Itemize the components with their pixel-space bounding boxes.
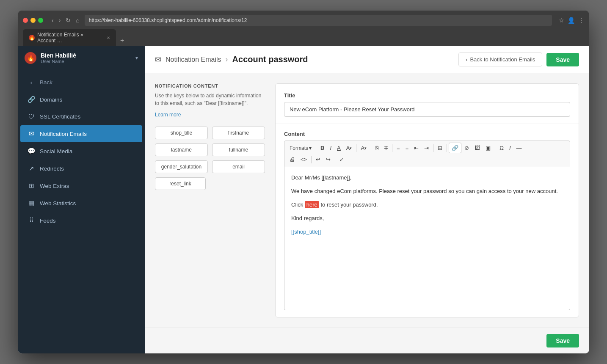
media-button[interactable]: ▣: [483, 143, 493, 153]
title-field-group: Title: [276, 84, 579, 124]
brand-icon: 🔥: [25, 52, 36, 64]
user-icon[interactable]: 👤: [568, 17, 575, 24]
forward-nav-button[interactable]: ›: [57, 16, 63, 25]
title-input[interactable]: [284, 102, 570, 117]
breadcrumb-icon: ✉: [155, 55, 161, 64]
fullscreen-button[interactable]: ⤢: [337, 154, 347, 164]
formats-label: Formats: [290, 145, 308, 151]
special-char-button[interactable]: Ω: [497, 143, 506, 153]
tab-close-button[interactable]: ✕: [107, 36, 110, 40]
rte-toolbar: Formats ▾ B I A A ▾: [284, 141, 570, 166]
content-label: Content: [284, 131, 570, 137]
bg-color-icon: A: [361, 145, 364, 151]
clear-button[interactable]: I: [507, 143, 513, 153]
sidebar-item-feeds[interactable]: ⠿ Feeds: [20, 212, 142, 229]
text-color-arrow: ▾: [350, 146, 352, 150]
tag-fullname[interactable]: fullname: [212, 143, 265, 156]
tab-favicon: 🔥: [29, 35, 35, 41]
home-button[interactable]: ⌂: [74, 16, 81, 25]
back-arrow-icon: ‹: [27, 79, 36, 86]
text-color-icon: A: [346, 145, 350, 151]
indent-button[interactable]: ⇥: [422, 143, 431, 153]
content-line-3: Click here to reset your password.: [291, 200, 563, 210]
sidebar-item-notification-emails[interactable]: ✉ Notification Emails: [20, 125, 142, 142]
reload-button[interactable]: ↻: [64, 16, 72, 25]
table-button[interactable]: ⊞: [435, 143, 445, 153]
maximize-window-button[interactable]: [38, 18, 43, 23]
social-media-icon: 💬: [27, 147, 36, 155]
hr-button[interactable]: —: [514, 143, 524, 153]
sidebar-expand-icon[interactable]: ▾: [135, 55, 138, 61]
bg-color-arrow: ▾: [364, 146, 367, 150]
sidebar-feeds-label: Feeds: [40, 218, 56, 224]
text-color-button[interactable]: A ▾: [344, 143, 355, 153]
tag-email[interactable]: email: [212, 160, 265, 173]
save-button-bottom[interactable]: Save: [546, 334, 579, 347]
tag-reset-link[interactable]: reset_link: [155, 177, 206, 190]
here-link[interactable]: here: [305, 201, 319, 208]
source-button[interactable]: <>: [298, 154, 309, 164]
redo-button[interactable]: ↪: [323, 154, 333, 164]
close-window-button[interactable]: [23, 18, 28, 23]
unordered-list-button[interactable]: ≡: [394, 143, 403, 153]
bg-color-button[interactable]: A ▾: [358, 143, 369, 153]
sidebar-item-social-media[interactable]: 💬 Social Media: [20, 143, 142, 160]
traffic-lights: [23, 18, 43, 23]
sidebar-item-redirects[interactable]: ↗ Redirects: [20, 160, 142, 177]
sidebar-web-statistics-label: Web Statistics: [40, 200, 76, 207]
sidebar-item-ssl[interactable]: 🛡 SSL Certificates: [20, 108, 142, 125]
link-button[interactable]: 🔗: [449, 143, 461, 153]
breadcrumb-current: Account password: [232, 55, 308, 64]
unlink-button[interactable]: ⊘: [462, 143, 472, 153]
nav-buttons: ‹ › ↻ ⌂: [50, 16, 81, 25]
print-button[interactable]: 🖨: [287, 154, 298, 164]
breadcrumb-separator: ›: [226, 55, 228, 64]
breadcrumb-link[interactable]: Notification Emails: [166, 56, 221, 63]
sidebar-item-web-statistics[interactable]: ▦ Web Statistics: [20, 195, 142, 212]
formats-dropdown-button[interactable]: Formats ▾: [287, 143, 314, 153]
sidebar-web-extras-label: Web Extras: [40, 183, 69, 189]
tag-buttons: shop_title firstname lastname fullname g…: [155, 127, 265, 190]
ordered-list-button[interactable]: ≡: [403, 143, 411, 153]
back-nav-button[interactable]: ‹: [50, 16, 55, 25]
tag-gender-salutation[interactable]: gender_salutation: [155, 160, 208, 173]
save-button-top[interactable]: Save: [546, 53, 579, 66]
rte-toolbar-row-2: 🖨 <> ↩ ↪ ⤢: [287, 154, 567, 164]
learn-more-link[interactable]: Learn more: [155, 112, 181, 118]
tab-bar: 🔥 Notification Emails » Account … ✕ +: [23, 29, 584, 46]
ssl-icon: 🛡: [27, 113, 36, 120]
copy-format-button[interactable]: ⎘: [373, 143, 381, 153]
italic-button[interactable]: I: [327, 143, 334, 153]
clear-format-button[interactable]: T̶: [382, 143, 390, 153]
bookmark-icon[interactable]: ☆: [559, 17, 564, 24]
tag-lastname[interactable]: lastname: [155, 143, 208, 156]
undo-button[interactable]: ↩: [313, 154, 323, 164]
sidebar-item-web-extras[interactable]: ⊞ Web Extras: [20, 177, 142, 194]
active-tab[interactable]: 🔥 Notification Emails » Account … ✕: [23, 29, 116, 46]
address-bar[interactable]: [85, 15, 552, 26]
tag-row-4: reset_link: [155, 177, 265, 190]
sidebar-item-domains[interactable]: 🔗 Domains: [20, 91, 142, 108]
toolbar-sep-9: [335, 156, 335, 163]
toolbar-sep-6: [447, 144, 447, 152]
image-button[interactable]: 🖼: [472, 143, 483, 153]
rte-content-area[interactable]: Dear Mr/Ms [[lastname]], We have changed…: [284, 166, 570, 310]
brand-sub: User Name: [41, 59, 76, 64]
underline-button[interactable]: A: [334, 143, 343, 153]
left-panel: NOTIFICATION CONTENT Use the keys below …: [155, 83, 265, 317]
tag-shop-title[interactable]: shop_title: [155, 127, 208, 139]
tag-firstname[interactable]: firstname: [212, 127, 265, 139]
sidebar-back-label: Back: [40, 79, 52, 85]
content-group: Content Formats ▾ B I A: [276, 124, 579, 317]
back-to-notification-emails-button[interactable]: ‹ Back to Notification Emails: [458, 52, 542, 66]
sidebar-back-item[interactable]: ‹ Back: [20, 74, 142, 91]
bold-button[interactable]: B: [318, 143, 327, 153]
browser-chrome: ‹ › ↻ ⌂ ☆ 👤 ⋮ 🔥 Notification Emails » Ac…: [18, 11, 589, 46]
sidebar-brand: 🔥 Bien Habillié User Name: [25, 52, 76, 64]
outdent-button[interactable]: ⇤: [411, 143, 421, 153]
minimize-window-button[interactable]: [30, 18, 36, 23]
toolbar-sep-1: [316, 144, 316, 152]
menu-icon[interactable]: ⋮: [578, 17, 584, 24]
new-tab-button[interactable]: +: [117, 35, 127, 46]
sidebar-nav: ‹ Back 🔗 Domains 🛡 SSL Certificates ✉ No…: [18, 70, 145, 353]
